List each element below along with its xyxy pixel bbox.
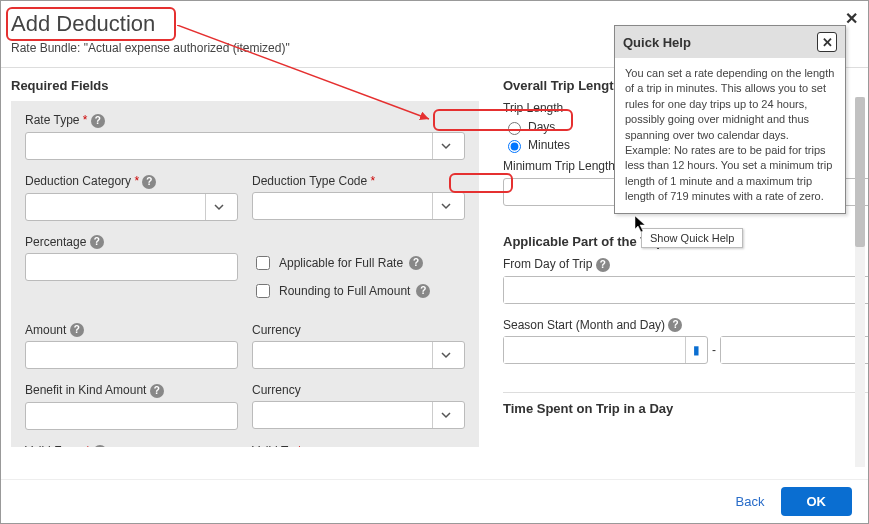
season-start-day[interactable]: ▮ [720, 336, 868, 364]
date-picker-icon[interactable]: ▮ [685, 337, 707, 363]
help-icon[interactable]: ? [90, 235, 104, 249]
rate-type-input[interactable] [32, 133, 432, 159]
valid-from-label: Valid From * ? [25, 444, 238, 447]
currency-label-1: Currency [252, 323, 465, 337]
currency-input-1[interactable] [259, 342, 432, 368]
currency-label-2: Currency [252, 383, 465, 397]
required-fields-column: Required Fields Rate Type * ? De [11, 68, 479, 447]
quick-help-title: Quick Help [623, 35, 691, 50]
deduction-category-combo[interactable] [25, 193, 238, 221]
days-label: Days [528, 120, 555, 134]
deduction-type-code-combo[interactable] [252, 192, 465, 220]
scrollbar-thumb[interactable] [855, 97, 865, 247]
currency-combo-1[interactable] [252, 341, 465, 369]
help-icon[interactable]: ? [91, 114, 105, 128]
deduction-category-input[interactable] [32, 194, 205, 220]
close-icon[interactable]: ✕ [845, 9, 858, 28]
chevron-down-icon[interactable] [432, 133, 458, 159]
quick-help-close-icon[interactable]: ✕ [817, 32, 837, 52]
minutes-label: Minutes [528, 138, 570, 152]
from-day-input[interactable]: ▮ [503, 276, 868, 304]
help-icon[interactable]: ? [416, 284, 430, 298]
applicable-full-rate-label: Applicable for Full Rate [279, 256, 403, 270]
rounding-full-label: Rounding to Full Amount [279, 284, 410, 298]
separator: - [708, 336, 720, 364]
cursor-icon [634, 215, 648, 236]
help-icon[interactable]: ? [142, 175, 156, 189]
season-start-label: Season Start (Month and Day) ? [503, 318, 868, 333]
chevron-down-icon[interactable] [432, 342, 458, 368]
currency-combo-2[interactable] [252, 401, 465, 429]
quick-help-popup: Quick Help ✕ You can set a rate dependin… [614, 25, 846, 214]
from-day-label: From Day of Trip ? [503, 257, 868, 272]
help-icon[interactable]: ? [409, 256, 423, 270]
benefit-in-kind-input[interactable] [25, 402, 238, 430]
benefit-in-kind-label: Benefit in Kind Amount ? [25, 383, 238, 398]
minutes-radio[interactable] [508, 140, 521, 153]
help-icon[interactable]: ? [150, 384, 164, 398]
season-start-month[interactable]: ▮ [503, 336, 708, 364]
rounding-full-checkbox[interactable] [256, 284, 270, 298]
back-button[interactable]: Back [736, 494, 765, 509]
currency-input-2[interactable] [259, 402, 432, 428]
applicable-full-rate-checkbox[interactable] [256, 256, 270, 270]
percentage-input[interactable] [25, 253, 238, 281]
add-deduction-dialog: ✕ Add Deduction Rate Bundle: "Actual exp… [0, 0, 869, 524]
required-fields-heading: Required Fields [11, 78, 479, 93]
deduction-category-label: Deduction Category * ? [25, 174, 238, 189]
amount-input[interactable] [25, 341, 238, 369]
percentage-label: Percentage ? [25, 235, 238, 250]
tooltip-show-quick-help: Show Quick Help [641, 228, 743, 248]
required-fields-panel: Rate Type * ? Deduction Category * ? [11, 101, 479, 447]
help-icon[interactable]: ? [70, 323, 84, 337]
dialog-footer: Back OK [1, 479, 868, 523]
help-icon[interactable]: ? [93, 445, 107, 447]
chevron-down-icon[interactable] [432, 402, 458, 428]
amount-label: Amount ? [25, 323, 238, 338]
days-radio[interactable] [508, 122, 521, 135]
help-icon[interactable]: ? [668, 318, 682, 332]
scrollbar-track[interactable] [855, 97, 865, 467]
ok-button[interactable]: OK [781, 487, 853, 516]
deduction-type-code-label: Deduction Type Code * [252, 174, 465, 188]
rate-type-label: Rate Type * ? [25, 113, 465, 128]
quick-help-body: You can set a rate depending on the leng… [615, 58, 845, 213]
chevron-down-icon[interactable] [432, 193, 458, 219]
rate-type-combo[interactable] [25, 132, 465, 160]
chevron-down-icon[interactable] [205, 194, 231, 220]
valid-to-label: Valid To * [252, 444, 465, 447]
time-spent-heading: Time Spent on Trip in a Day [503, 392, 868, 416]
deduction-type-code-input[interactable] [259, 193, 432, 219]
help-icon[interactable]: ? [596, 258, 610, 272]
